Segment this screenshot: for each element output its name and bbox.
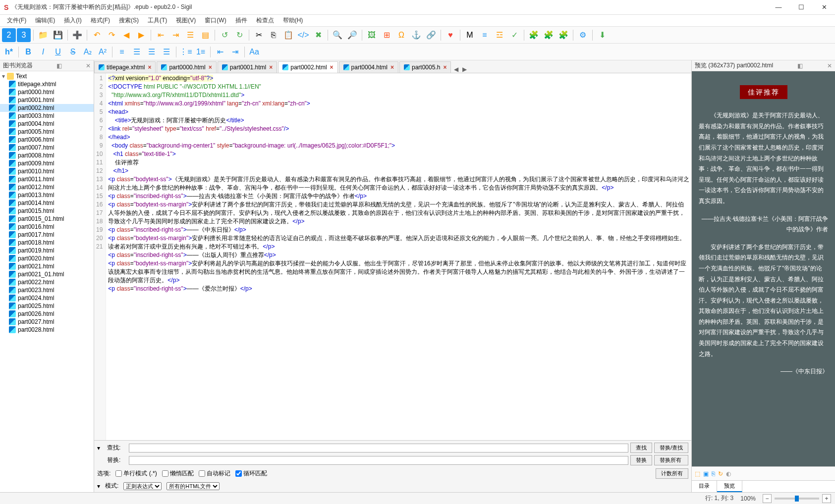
open-icon[interactable]: 📁 (36, 28, 50, 42)
file-part0021_01.html[interactable]: part0021_01.html (0, 270, 94, 278)
underline-icon[interactable]: U (51, 45, 65, 59)
indent-right-icon[interactable]: ⇥ (168, 28, 182, 42)
menu-文件(F)[interactable]: 文件(F) (3, 15, 30, 26)
toc-icon[interactable]: ☰ (183, 28, 197, 42)
opt-singleline[interactable]: 单行模式 (.*) (115, 469, 157, 478)
save-icon[interactable]: 💾 (51, 28, 65, 42)
tab-close-icon[interactable]: × (148, 64, 151, 71)
menu-编辑(E)[interactable]: 编辑(E) (31, 15, 59, 26)
code-body[interactable]: <?xml version="1.0" encoding="utf-8"?><!… (106, 73, 691, 440)
file-tree[interactable]: ▾Texttitlepage.xhtmlpart0000.htmlpart000… (0, 71, 94, 492)
file-part0021.html[interactable]: part0021.html (0, 262, 94, 270)
indent-icon[interactable]: ⇥ (228, 45, 242, 59)
opt-wrap[interactable]: 循环匹配 (235, 469, 267, 478)
anchor-icon[interactable]: ⚓ (409, 28, 423, 42)
heart-icon[interactable]: ♥ (444, 28, 457, 42)
tab-close-icon[interactable]: × (390, 64, 394, 71)
copy-preview-icon[interactable]: ⎘ (712, 470, 715, 477)
menu-格式(F)[interactable]: 格式(F) (87, 15, 114, 26)
plugin1-icon[interactable]: 🧩 (527, 28, 541, 42)
tab-part0004.html[interactable]: part0004.html× (339, 61, 398, 73)
menu-插件[interactable]: 插件 (231, 15, 251, 26)
m-icon[interactable]: M (463, 28, 477, 42)
file-part0012.html[interactable]: part0012.html (0, 183, 94, 191)
tab-part0002.html[interactable]: part0002.html× (278, 61, 337, 73)
tab-scroll-left[interactable]: ◀ (452, 66, 460, 73)
preview-close-icon[interactable]: ✕ (827, 62, 832, 69)
count-button[interactable]: 计数所有 (656, 468, 688, 479)
strike-icon[interactable]: S (66, 45, 80, 59)
copy-icon[interactable]: ⎘ (267, 28, 280, 42)
collapse2-icon[interactable]: ▾ (97, 483, 100, 490)
file-part0020.html[interactable]: part0020.html (0, 254, 94, 262)
outdent-icon[interactable]: ⇤ (213, 45, 227, 59)
number-list-icon[interactable]: 1≡ (194, 45, 208, 59)
subscript-icon[interactable]: A₂ (81, 45, 95, 59)
select-icon[interactable]: ▣ (703, 470, 709, 477)
debug-icon[interactable]: ◐ (726, 470, 731, 477)
tab-scroll-right[interactable]: ▶ (460, 66, 469, 73)
file-part0004.html[interactable]: part0004.html (0, 120, 94, 128)
file-part0013.html[interactable]: part0013.html (0, 191, 94, 199)
menu-插入(I)[interactable]: 插入(I) (60, 15, 85, 26)
file-part0022.html[interactable]: part0022.html (0, 278, 94, 286)
file-part0011.html[interactable]: part0011.html (0, 175, 94, 183)
find-button[interactable]: 查找 (630, 443, 652, 453)
opt-automark[interactable]: 自动标记 (199, 469, 230, 478)
menu-检查点[interactable]: 检查点 (252, 15, 278, 26)
zoom-in-button[interactable]: + (822, 494, 831, 503)
file-part0016.html[interactable]: part0016.html (0, 223, 94, 231)
tab-close-icon[interactable]: × (330, 64, 334, 71)
tab-part0005.h[interactable]: part0005.h× (399, 61, 451, 73)
menu-窗口(W)[interactable]: 窗口(W) (201, 15, 230, 26)
metadata-icon[interactable]: ▤ (198, 28, 212, 42)
file-part0006.html[interactable]: part0006.html (0, 136, 94, 144)
file-part0015.html[interactable]: part0015.html (0, 207, 94, 215)
image-icon[interactable]: 🖼 (365, 28, 379, 42)
file-part0005.html[interactable]: part0005.html (0, 128, 94, 136)
scope-select[interactable]: 所有的HTML文件 (167, 482, 220, 490)
zoom-slider[interactable] (775, 498, 819, 500)
redo-icon[interactable]: ↷ (105, 28, 118, 42)
file-part0017.html[interactable]: part0017.html (0, 231, 94, 239)
code-icon[interactable]: </> (296, 28, 310, 42)
replace-button[interactable]: 替换 (630, 455, 652, 465)
plugin2-icon[interactable]: 🧩 (542, 28, 556, 42)
opt-lazy[interactable]: 懒惰匹配 (162, 469, 194, 478)
file-part0009.html[interactable]: part0009.html (0, 159, 94, 167)
superscript-icon[interactable]: A² (96, 45, 110, 59)
file-part0014.html[interactable]: part0014.html (0, 199, 94, 207)
maximize-button[interactable]: ☐ (794, 3, 808, 11)
file-part0000.html[interactable]: part0000.html (0, 88, 94, 96)
list2-icon[interactable]: ☲ (493, 28, 506, 42)
validate-icon[interactable]: ✖ (311, 28, 325, 42)
align-left-icon[interactable]: ≡ (115, 45, 129, 59)
tab-close-icon[interactable]: × (269, 64, 273, 71)
file-part0008.html[interactable]: part0008.html (0, 151, 94, 159)
tab-preview[interactable]: 预览 (717, 481, 742, 492)
file-part0002.html[interactable]: part0002.html (0, 104, 94, 112)
gear-icon[interactable]: ⚙ (576, 28, 590, 42)
preview-float-icon[interactable]: ◧ (797, 62, 803, 69)
file-part0027.html[interactable]: part0027.html (0, 318, 94, 326)
folder-text[interactable]: ▾Text (0, 72, 94, 80)
forward-icon[interactable]: ▶ (134, 28, 148, 42)
menu-视图(V)[interactable]: 视图(V) (172, 15, 200, 26)
zoom-out-button[interactable]: − (763, 494, 772, 503)
tab-close-icon[interactable]: × (443, 64, 446, 71)
redo2-icon[interactable]: ↻ (232, 28, 246, 42)
align-right-icon[interactable]: ☰ (145, 45, 159, 59)
file-part0003.html[interactable]: part0003.html (0, 112, 94, 120)
heading-icon[interactable]: h* (2, 45, 16, 59)
special-char-icon[interactable]: ⊞ (380, 28, 393, 42)
tab-close-icon[interactable]: × (209, 64, 212, 71)
file-titlepage.xhtml[interactable]: titlepage.xhtml (0, 80, 94, 88)
mode-select[interactable]: 正则表达式 (123, 482, 162, 490)
add-icon[interactable]: ➕ (70, 28, 84, 42)
zoom-in-icon[interactable]: 🔍 (331, 28, 344, 42)
replace-all-button[interactable]: 替换所有 (654, 455, 688, 465)
inspect-icon[interactable]: ⬚ (695, 470, 700, 477)
close-button[interactable]: ✕ (817, 3, 831, 11)
find-replace-button[interactable]: 替换/查找 (654, 443, 688, 453)
italic-icon[interactable]: I (36, 45, 50, 59)
